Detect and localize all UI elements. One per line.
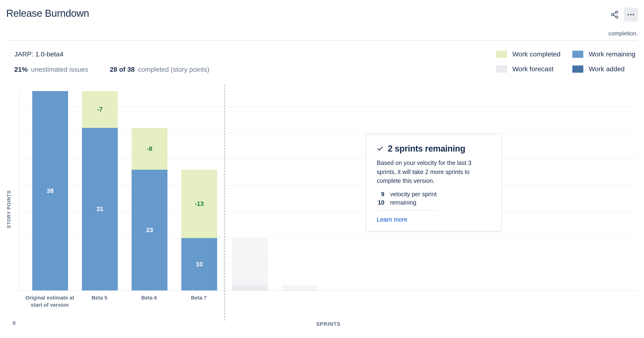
check-icon xyxy=(377,145,384,152)
more-menu-button[interactable] xyxy=(624,8,638,22)
forecast-separator xyxy=(377,210,436,211)
stat-completed-value: 28 of 38 xyxy=(110,66,135,73)
forecast-learn-more-link[interactable]: Learn more xyxy=(377,216,407,223)
bar-completed: -13 xyxy=(181,170,217,238)
bar-column[interactable]: 38 xyxy=(32,91,68,290)
stat-completed-label: completed (story points) xyxy=(138,66,210,73)
svg-line-4 xyxy=(614,13,616,14)
y-axis-zero: 0 xyxy=(13,320,16,326)
stat-unestimated: 21% unestimated issues xyxy=(14,66,88,73)
forecast-title: 2 sprints remaining xyxy=(388,144,465,154)
forecast-velocity-value: 9 xyxy=(377,191,384,198)
forecast-card: 2 sprints remaining Based on your veloci… xyxy=(366,134,502,232)
legend-remaining: Work remaining xyxy=(572,51,636,58)
x-labels: Original estimate at start of versionBet… xyxy=(19,291,638,319)
forecast-body: Based on your velocity for the last 3 sp… xyxy=(377,158,491,185)
share-button[interactable] xyxy=(608,8,622,22)
legend-added-label: Work added xyxy=(588,65,624,73)
svg-point-7 xyxy=(633,14,634,15)
forecast-completed xyxy=(232,238,268,285)
more-icon xyxy=(626,10,635,19)
header-meta: completion. xyxy=(6,30,638,37)
x-tick-label: Beta 7 xyxy=(174,294,224,301)
x-axis-title: SPRINTS xyxy=(19,321,638,327)
svg-point-5 xyxy=(628,14,629,15)
x-tick-label: Beta 6 xyxy=(124,294,174,301)
header-divider xyxy=(6,40,638,41)
forecast-bar-column[interactable] xyxy=(282,285,318,290)
plot: 3831-723-810-13 2 sprints remaining Base… xyxy=(19,92,638,291)
bar-completed: -7 xyxy=(82,91,118,128)
legend-completed-label: Work completed xyxy=(512,51,561,58)
share-icon xyxy=(610,10,619,19)
stats-row: 21% unestimated issues 28 of 38 complete… xyxy=(14,66,209,73)
forecast-velocity-row: 9 velocity per sprint xyxy=(377,191,491,198)
x-tick-label: Beta 5 xyxy=(74,294,124,301)
forecast-remaining-value: 10 xyxy=(377,199,384,206)
forecast-bar-column[interactable] xyxy=(232,238,268,290)
bar-remaining: 31 xyxy=(82,128,118,290)
x-tick-label: Original estimate at start of version xyxy=(24,294,75,308)
stat-unestimated-value: 21% xyxy=(14,66,28,73)
legend-forecast: Work forecast xyxy=(496,65,561,73)
bar-remaining: 38 xyxy=(32,91,68,290)
legend: Work completed Work remaining Work forec… xyxy=(496,51,636,73)
header-actions xyxy=(608,8,638,22)
bar-completed: -8 xyxy=(132,128,168,170)
stat-unestimated-label: unestimated issues xyxy=(31,66,88,73)
forecast-remaining-label: remaining xyxy=(390,199,416,206)
bar-remaining: 10 xyxy=(181,238,217,290)
legend-completed: Work completed xyxy=(496,51,561,58)
bars-layer: 3831-723-810-13 xyxy=(19,92,638,290)
bar-column[interactable]: 10-13 xyxy=(181,170,217,290)
forecast-remaining xyxy=(232,285,268,290)
svg-point-6 xyxy=(630,14,632,15)
legend-added: Work added xyxy=(572,65,636,73)
legend-forecast-label: Work forecast xyxy=(512,65,554,73)
stat-completed: 28 of 38 completed (story points) xyxy=(110,66,210,73)
forecast-divider xyxy=(224,85,225,320)
swatch-remaining xyxy=(572,51,583,58)
forecast-completed xyxy=(282,285,318,290)
swatch-forecast xyxy=(496,66,507,73)
bar-remaining: 23 xyxy=(132,170,168,290)
bar-column[interactable]: 31-7 xyxy=(82,91,118,290)
chart-area: STORY POINTS 0 3831-723-810-13 2 sprints… xyxy=(6,92,638,327)
swatch-completed xyxy=(496,51,507,58)
svg-line-3 xyxy=(614,15,616,17)
page-title: Release Burndown xyxy=(6,8,89,19)
bar-column[interactable]: 23-8 xyxy=(132,128,168,290)
forecast-remaining-row: 10 remaining xyxy=(377,199,491,206)
version-label: JARP: 1.0-beta4 xyxy=(14,51,209,58)
swatch-added xyxy=(572,66,583,73)
legend-remaining-label: Work remaining xyxy=(588,51,636,58)
forecast-velocity-label: velocity per sprint xyxy=(390,191,437,198)
y-axis-title: STORY POINTS xyxy=(6,190,12,228)
